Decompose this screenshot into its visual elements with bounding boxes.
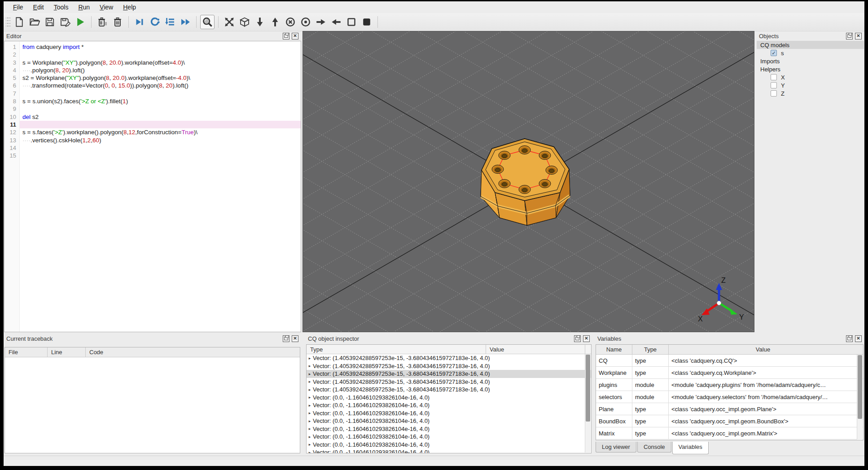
code-line-14[interactable] <box>20 144 301 152</box>
expand-arrow-icon[interactable]: ▸ <box>307 395 313 400</box>
front-view-icon[interactable] <box>283 15 298 29</box>
code-line-2[interactable] <box>20 51 301 58</box>
code-line-5[interactable]: s2 = Workplane("XY").polygon(8, 20.0).wo… <box>20 74 301 82</box>
expand-arrow-icon[interactable]: ▸ <box>307 442 313 447</box>
code-editor[interactable]: 123456789101112131415 from cadquery impo… <box>4 41 301 332</box>
tree-item-cq-models[interactable]: CQ models <box>757 41 864 49</box>
unchecked-checkbox[interactable] <box>771 90 777 97</box>
expand-arrow-icon[interactable]: ▸ <box>307 372 313 376</box>
expand-arrow-icon[interactable]: ▸ <box>307 356 313 360</box>
close-panel-icon[interactable]: ✕ <box>855 335 862 342</box>
new-file-icon[interactable] <box>12 15 26 29</box>
code-line-6[interactable]: ····.transformed(rotate=Vector(0, 0, 15.… <box>20 82 301 89</box>
toolbar-grip[interactable] <box>6 16 10 28</box>
code-line-9[interactable] <box>20 105 301 113</box>
tree-item-y[interactable]: Y <box>757 81 864 89</box>
inspector-row[interactable]: ▸Vector: (1.4053924288597253e-15, -3.680… <box>307 354 591 362</box>
inspector-row[interactable]: ▸Vector: (0.0, -1.1604610293826104e-16, … <box>307 425 591 433</box>
menu-help[interactable]: Help <box>118 2 141 12</box>
variable-row-matrix[interactable]: Matrixtype<class 'cadquery.occ_impl.geom… <box>596 427 863 439</box>
inspector-row[interactable]: ▸Vector: (0.0, -1.1604610293826104e-16, … <box>307 401 591 409</box>
float-panel-icon[interactable] <box>574 335 581 342</box>
inspector-row[interactable]: ▸Vector: (1.4053924288597253e-15, -3.680… <box>307 386 591 394</box>
variable-row-plane[interactable]: Planetype<class 'cadquery.occ_impl.geom.… <box>596 403 863 415</box>
tree-item-s[interactable]: ✓s <box>757 49 864 57</box>
code-line-12[interactable]: s = s.faces('>Z').workplane().polygon(8,… <box>20 128 301 136</box>
float-panel-icon[interactable] <box>283 335 289 342</box>
expand-arrow-icon[interactable]: ▸ <box>307 364 313 368</box>
code-line-15[interactable] <box>20 152 301 159</box>
top-view-icon[interactable] <box>253 15 267 29</box>
menu-view[interactable]: View <box>95 2 118 12</box>
expand-arrow-icon[interactable]: ▸ <box>307 435 313 439</box>
code-line-1[interactable]: from cadquery import * <box>20 43 301 51</box>
left-view-icon[interactable] <box>314 15 328 29</box>
delete-icon[interactable] <box>95 15 110 29</box>
close-panel-icon[interactable]: ✕ <box>583 335 590 342</box>
variable-row-cq[interactable]: CQtype<class 'cadquery.cq.CQ'> <box>596 355 863 367</box>
tab-console[interactable]: Console <box>637 442 671 452</box>
unchecked-checkbox[interactable] <box>771 74 777 80</box>
code-line-13[interactable]: ····.vertices().cskHole(1,2,60) <box>20 136 301 144</box>
shaded-view-icon[interactable] <box>359 15 374 29</box>
menu-tools[interactable]: Tools <box>49 2 74 12</box>
tab-variables[interactable]: Variables <box>672 442 709 454</box>
iso-view-icon[interactable] <box>237 15 252 29</box>
float-panel-icon[interactable] <box>283 33 289 40</box>
variable-row-boundbox[interactable]: BoundBoxtype<class 'cadquery.occ_impl.ge… <box>596 415 863 427</box>
code-line-11[interactable] <box>20 121 301 128</box>
float-panel-icon[interactable] <box>846 33 853 40</box>
inspector-row[interactable]: ▸Vector: (0.0, -1.1604610293826104e-16, … <box>307 433 591 441</box>
wireframe-view-icon[interactable] <box>344 15 359 29</box>
expand-arrow-icon[interactable]: ▸ <box>307 411 313 415</box>
expand-arrow-icon[interactable]: ▸ <box>307 403 313 408</box>
right-view-icon[interactable] <box>329 15 343 29</box>
variable-row-workplane[interactable]: Workplanetype<class 'cadquery.cq.Workpla… <box>596 367 863 379</box>
expand-arrow-icon[interactable]: ▸ <box>307 450 313 453</box>
close-panel-icon[interactable]: ✕ <box>855 33 862 40</box>
3d-viewport[interactable]: Z X Y <box>302 31 754 332</box>
code-line-4[interactable]: ····.polygon(8, 20).loft() <box>20 66 301 74</box>
expand-arrow-icon[interactable]: ▸ <box>307 426 313 431</box>
inspector-row[interactable]: ▸Vector: (0.0, -1.1604610293826104e-16, … <box>307 409 591 417</box>
fit-view-icon[interactable] <box>222 15 237 29</box>
inspector-row[interactable]: ▸Vector: (1.4053924288597253e-15, -3.680… <box>307 370 591 378</box>
code-line-8[interactable]: s = s.union(s2).faces('>Z or <Z').fillet… <box>20 97 301 105</box>
delete-all-icon[interactable] <box>110 15 125 29</box>
debug-step-in-icon[interactable] <box>163 15 177 29</box>
tree-item-z[interactable]: Z <box>757 89 864 97</box>
tab-log-viewer[interactable]: Log viewer <box>596 442 636 452</box>
bottom-view-icon[interactable] <box>268 15 282 29</box>
tree-item-imports[interactable]: Imports <box>757 57 864 65</box>
tree-item-helpers[interactable]: Helpers <box>757 65 864 73</box>
debug-step-icon[interactable] <box>132 15 147 29</box>
screenshot-magnifier-icon[interactable] <box>200 15 215 29</box>
inspector-row[interactable]: ▸Vector: (0.0, -1.1604610293826104e-16, … <box>307 441 591 449</box>
expand-arrow-icon[interactable]: ▸ <box>307 379 313 384</box>
cad-model[interactable] <box>467 130 585 234</box>
float-panel-icon[interactable] <box>846 335 853 342</box>
inspector-scrollbar[interactable] <box>585 354 591 452</box>
code-line-3[interactable]: s = Workplane("XY").polygon(8, 20.0).wor… <box>20 59 301 66</box>
code-line-7[interactable] <box>20 90 301 97</box>
inspector-row[interactable]: ▸Vector: (1.4053924288597253e-15, -3.680… <box>307 362 591 370</box>
debug-restart-icon[interactable] <box>148 15 162 29</box>
code-area[interactable]: from cadquery import *s = Workplane("XY"… <box>20 41 301 332</box>
menu-edit[interactable]: Edit <box>28 2 49 12</box>
tree-item-x[interactable]: X <box>757 73 864 81</box>
inspector-row[interactable]: ▸Vector: (1.4053924288597253e-15, -3.680… <box>307 378 591 386</box>
close-panel-icon[interactable]: ✕ <box>292 33 298 40</box>
variable-row-plugins[interactable]: pluginsmodule<module 'cadquery.plugins' … <box>596 379 863 391</box>
checked-checkbox[interactable]: ✓ <box>771 50 777 56</box>
inspector-row[interactable]: ▸Vector: (0.0, -1.1604610293826104e-16, … <box>307 448 591 453</box>
close-panel-icon[interactable]: ✕ <box>292 335 298 342</box>
open-file-icon[interactable] <box>27 15 42 29</box>
menu-run[interactable]: Run <box>73 2 95 12</box>
expand-arrow-icon[interactable]: ▸ <box>307 419 313 423</box>
unchecked-checkbox[interactable] <box>771 82 777 88</box>
inspector-row[interactable]: ▸Vector: (0.0, -1.1604610293826104e-16, … <box>307 394 591 402</box>
inspector-row[interactable]: ▸Vector: (0.0, -1.1604610293826104e-16, … <box>307 417 591 425</box>
back-view-icon[interactable] <box>298 15 313 29</box>
code-line-10[interactable]: del s2 <box>20 113 301 121</box>
variable-row-selectors[interactable]: selectorsmodule<module 'cadquery.selecto… <box>596 391 863 403</box>
